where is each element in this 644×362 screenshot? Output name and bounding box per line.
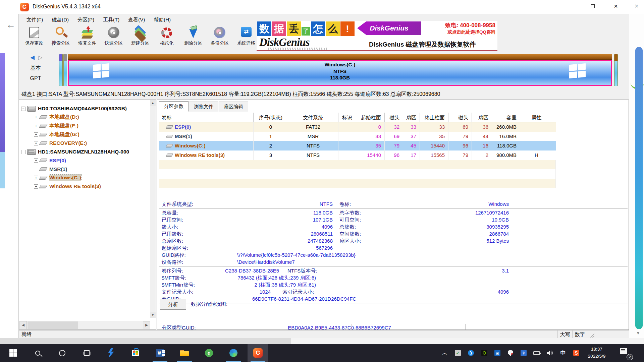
status-text: 就绪 (21, 331, 32, 338)
toolbar-button-格式化[interactable]: 格式化 (154, 26, 179, 51)
taskbar-store-button[interactable] (125, 344, 146, 362)
tray-volume[interactable] (547, 350, 553, 356)
tab-分区参数[interactable]: 分区参数 (159, 101, 189, 112)
detail-value-2: 30935295 (408, 223, 509, 230)
expander-icon[interactable]: + (34, 132, 38, 137)
table-row-ESP(0)[interactable]: ESP(0)0FAT3203233336936260.0MB (159, 122, 556, 132)
detail-row: $MFT簇号:786432 (柱面:426 磁头:239 扇区:6) (159, 274, 628, 281)
scroll-up-icon[interactable]: ▲ (150, 100, 156, 106)
tray-nvidia[interactable] (481, 350, 488, 356)
cell: 980.0MB (492, 150, 520, 160)
taskbar-search-button[interactable] (27, 344, 48, 362)
menu-item-1[interactable]: 磁盘(D) (47, 15, 73, 24)
table-row-Windows(C:)[interactable]: Windows(C:)2NTFS357945154409616118.0GB (159, 141, 556, 150)
table-row-MSR(1)[interactable]: MSR(1)1MSR33693735794416.0MB (159, 132, 556, 141)
tree-item-本地磁盘(D:)[interactable]: +本地磁盘(D:) (34, 113, 79, 121)
column-header-容量: 容量 (492, 113, 520, 122)
toolbar-button-新建分区[interactable]: 新建分区 (127, 26, 153, 51)
background-back-arrow-icon[interactable]: ← (6, 19, 15, 30)
table-row-Windows RE tools(3)[interactable]: Windows RE tools(3)3NTFS1544096171556579… (159, 150, 556, 160)
taskbar-start-button[interactable] (3, 344, 23, 362)
tree-item-本地磁盘(F:)[interactable]: +本地磁盘(F:) (34, 122, 78, 130)
taskbar-diskgenius-button[interactable]: G (248, 344, 268, 362)
detail-label: 已用簇数: (162, 230, 183, 237)
tree-item-HD1:SAMSUNGMZNLN128HAHQ-000[interactable]: −HD1:SAMSUNGMZNLN128HAHQ-000 (21, 148, 129, 156)
scrollbar-thumb[interactable] (28, 321, 78, 329)
partition-bar-msr[interactable] (63, 54, 67, 86)
tray-power[interactable] (533, 350, 540, 356)
expander-icon[interactable]: − (21, 150, 25, 154)
analyze-button[interactable]: 分析 (160, 299, 186, 310)
menu-item-2[interactable]: 分区(P) (73, 15, 99, 24)
tree-vertical-scrollbar[interactable]: ▲ ▼ (150, 100, 156, 318)
taskbar-cortana-button[interactable] (52, 344, 72, 362)
taskbar-browser-360-button[interactable]: e (199, 344, 219, 362)
menu-item-3[interactable]: 工具(T) (99, 15, 124, 24)
tab-浏览文件[interactable]: 浏览文件 (189, 102, 218, 112)
menu-item-5[interactable]: 帮助(H) (149, 15, 175, 24)
expander-icon[interactable]: + (34, 115, 38, 119)
tree-item-MSR(1)[interactable]: MSR(1) (34, 165, 67, 173)
column-header-磁头: 磁头 (448, 113, 472, 122)
banner-ad[interactable]: 数据丢了怎么! DiskGenius 致电: 400-008-9958 或点击此… (257, 21, 497, 51)
taskbar-flash-button[interactable] (101, 344, 121, 362)
tray-intel-graphics[interactable]: ▣ (494, 350, 501, 356)
tray-sogou[interactable]: S (573, 350, 580, 356)
expander-icon[interactable]: + (34, 176, 38, 180)
expander-icon[interactable]: − (21, 107, 25, 111)
toolbar-button-系统迁移[interactable]: ⇄系统迁移 (233, 26, 259, 51)
toolbar-button-快速分区[interactable]: 快速分区 (101, 26, 126, 51)
taskbar-word-button[interactable]: W (150, 344, 170, 362)
scroll-left-icon[interactable]: ◀ (19, 321, 27, 329)
prev-disk-icon[interactable]: ◀ (30, 54, 35, 61)
banner-qq-link[interactable]: 或点击此处选择QQ咨询 (445, 29, 495, 35)
toolbar-button-保存更改[interactable]: 保存更改 (21, 26, 47, 51)
taskbar-task-view-button[interactable] (76, 344, 97, 362)
next-disk-icon[interactable]: ▷ (38, 54, 43, 61)
expander-icon[interactable]: + (34, 184, 38, 189)
tree-item-HD0:TOSHIBAMQ04ABF100(932GB)[interactable]: −HD0:TOSHIBAMQ04ABF100(932GB) (21, 105, 127, 113)
tree-item-ESP(0)[interactable]: +ESP(0) (34, 157, 66, 165)
detail-row: 卷序列号:C238-DB37-38DB-28E5NTFS版本号:3.1 (159, 267, 628, 274)
scroll-down-icon[interactable]: ▼ (150, 312, 156, 318)
toolbar-button-备份分区[interactable]: 备份分区 (207, 26, 232, 51)
expander-icon[interactable]: + (34, 141, 38, 145)
tray-snowflake[interactable]: ✳ (520, 350, 527, 356)
tree-item-RECOVERY(E:)[interactable]: +RECOVERY(E:) (34, 139, 87, 147)
toolbar-button-删除分区[interactable]: 删除分区 (180, 26, 206, 51)
partition-bar-re-tools[interactable] (614, 54, 618, 86)
scroll-right-icon[interactable]: ▶ (143, 321, 150, 329)
toolbar-button-搜索分区[interactable]: 搜索分区 (48, 26, 73, 51)
tab-扇区编辑[interactable]: 扇区编辑 (219, 102, 248, 112)
detail-value: 247482368 (239, 237, 333, 244)
taskbar-edge-button[interactable] (223, 344, 244, 362)
background-scroll-down-icon[interactable]: ▼ (636, 330, 640, 336)
tray-hidden-icons-chevron[interactable]: ︿ (441, 350, 448, 356)
tray-ime-zh[interactable]: 中 (560, 350, 567, 356)
partition-bar-windows-c[interactable]: Windows(C:) NTFS 118.0GB (68, 54, 612, 86)
tray-security-alert[interactable]: ✕ (507, 350, 514, 356)
taskbar-clock[interactable]: 18:37 2022/5/9 (581, 346, 612, 360)
detail-label-2: 卷标: (339, 200, 351, 207)
tree-horizontal-scrollbar[interactable]: ◀ ▶ (19, 321, 150, 329)
partition-bar-esp[interactable] (59, 54, 63, 86)
background-scrollbar[interactable] (635, 47, 643, 329)
expander-icon[interactable]: + (34, 158, 38, 163)
menu-item-4[interactable]: 查看(V) (124, 15, 149, 24)
volume-cell: ESP(0) (159, 122, 254, 132)
toolbar-button-恢复文件[interactable]: 恢复文件 (74, 26, 100, 51)
action-center-button[interactable]: 2 (620, 348, 630, 358)
expander-icon[interactable]: + (34, 124, 38, 128)
menu-item-0[interactable]: 文件(F) (22, 15, 47, 24)
tray-update-check[interactable]: ✓ (454, 350, 461, 356)
taskbar-file-explorer-button[interactable] (174, 344, 195, 362)
minimize-button[interactable]: — (562, 0, 577, 13)
close-button[interactable]: ✕ (608, 0, 624, 13)
maximize-button[interactable] (585, 0, 600, 13)
cell: 0 (356, 122, 385, 132)
cell (159, 169, 556, 179)
tree-item-本地磁盘(G:)[interactable]: +本地磁盘(G:) (34, 130, 79, 138)
tree-item-Windows(C:)[interactable]: +Windows(C:) (34, 174, 81, 182)
tray-dingtalk[interactable]: ❯ (468, 350, 474, 356)
tree-item-Windows RE tools(3)[interactable]: +Windows RE tools(3) (34, 182, 101, 190)
